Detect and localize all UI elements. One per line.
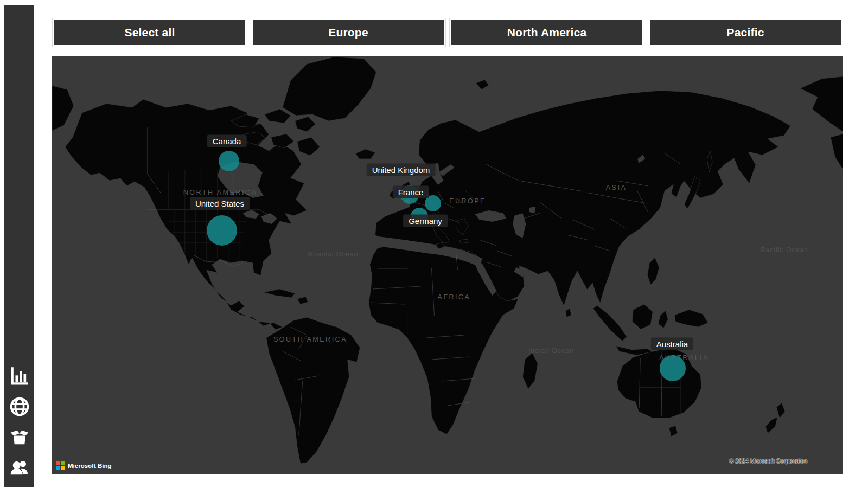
filter-button-pacific[interactable]: Pacific [648,18,843,47]
map-bubble-canada[interactable] [219,151,239,171]
filter-button-select-all[interactable]: Select all [52,18,247,47]
filter-button-label: Pacific [726,26,764,39]
filter-button-label: Europe [328,26,368,39]
filter-button-label: Select all [124,26,175,39]
microsoft-logo-icon [56,461,65,470]
country-label-australia: Australia [651,338,693,350]
country-label-france: France [393,186,429,198]
map-bubble-united-states[interactable] [207,215,237,246]
country-label-united-states: United States [190,197,250,210]
sidebar-item-products[interactable] [8,425,31,449]
bar-chart-icon [9,365,30,387]
bing-logo[interactable]: Microsoft Bing [56,461,112,470]
sidebar-item-customers[interactable] [8,455,31,479]
sidebar-item-charts[interactable] [8,364,31,388]
filter-button-europe[interactable]: Europe [251,18,446,47]
map-bubble-australia[interactable] [660,355,686,381]
filter-toolbar: Select allEuropeNorth AmericaPacific [52,18,843,47]
report-page: Select allEuropeNorth AmericaPacific [0,0,868,494]
map-copyright: © 2024 Microsoft Corporation [729,458,807,464]
world-map-canvas [52,56,843,474]
sidebar-item-geography[interactable] [8,395,31,419]
country-label-germany: Germany [403,215,448,227]
sidebar [4,5,34,487]
filter-button-label: North America [507,26,587,39]
country-label-canada: Canada [207,135,247,147]
country-label-united-kingdom: United Kingdom [367,164,436,176]
filter-button-north-america[interactable]: North America [449,18,644,47]
package-icon [9,426,30,448]
bing-logo-text: Microsoft Bing [68,463,112,469]
people-icon [9,457,30,478]
globe-icon [9,396,30,418]
map-visual[interactable]: NORTH AMERICASOUTH AMERICAEUROPEAFRICAAS… [52,56,843,474]
